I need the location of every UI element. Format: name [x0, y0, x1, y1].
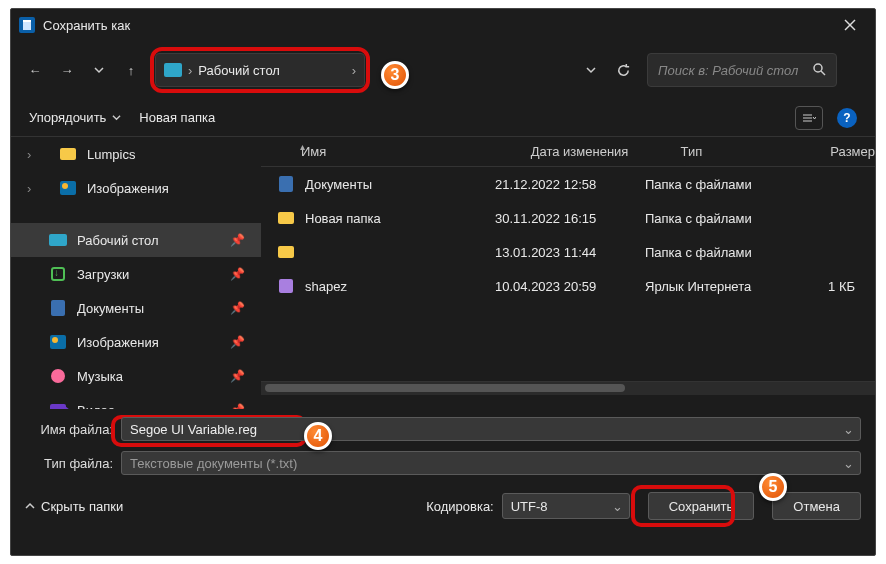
folder-icon [275, 210, 297, 226]
pin-icon: 📌 [230, 233, 245, 247]
chevron-right-icon: › [188, 63, 192, 78]
file-date: 13.01.2023 11:44 [495, 245, 645, 260]
file-name: Документы [305, 177, 372, 192]
sidebar-item-label: Музыка [77, 369, 123, 384]
column-header-type[interactable]: Тип [681, 144, 831, 159]
pin-icon: 📌 [230, 335, 245, 349]
organize-label: Упорядочить [29, 110, 106, 125]
sidebar-item-documents[interactable]: Документы 📌 [11, 291, 261, 325]
encoding-select[interactable]: UTF-8 ⌄ [502, 493, 630, 519]
address-dropdown[interactable] [577, 56, 605, 84]
chevron-down-icon[interactable]: ⌄ [843, 422, 854, 437]
sidebar-item-downloads[interactable]: Загрузки 📌 [11, 257, 261, 291]
refresh-button[interactable] [609, 56, 637, 84]
annotation-badge-5: 5 [759, 473, 787, 501]
file-row[interactable]: 13.01.2023 11:44 Папка с файлами [261, 235, 875, 269]
app-icon [19, 17, 35, 33]
column-header-size[interactable]: Размер [830, 144, 875, 159]
sort-asc-icon: ▴ [300, 141, 305, 152]
file-pane: Имя▴ Дата изменения Тип Размер Документы… [261, 137, 875, 409]
save-label: Сохранить [669, 499, 734, 514]
encoding-label: Кодировка: [426, 499, 494, 514]
folder-docs-icon [275, 176, 297, 192]
file-row[interactable]: Новая папка 30.11.2022 16:15 Папка с фай… [261, 201, 875, 235]
new-folder-button[interactable]: Новая папка [139, 110, 215, 125]
save-as-dialog: 3 4 5 Сохранить как ← → ↑ › Рабочий стол… [10, 8, 876, 556]
sidebar-item-lumpics[interactable]: › Lumpics [11, 137, 261, 171]
file-type: Папка с файлами [645, 245, 795, 260]
pin-icon: 📌 [230, 301, 245, 315]
sidebar-item-label: Рабочий стол [77, 233, 159, 248]
pin-icon: 📌 [230, 369, 245, 383]
horizontal-scrollbar[interactable] [261, 381, 875, 395]
nav-up-button[interactable]: ↑ [117, 56, 145, 84]
filetype-value: Текстовые документы (*.txt) [130, 456, 297, 471]
chevron-right-icon: › [352, 63, 356, 78]
file-date: 30.11.2022 16:15 [495, 211, 645, 226]
view-button[interactable] [795, 106, 823, 130]
file-size: 1 КБ [795, 279, 855, 294]
save-fields: Имя файла: Segoe UI Variable.reg ⌄ Тип ф… [11, 415, 875, 477]
organize-button[interactable]: Упорядочить [29, 110, 121, 125]
save-button[interactable]: Сохранить [648, 492, 755, 520]
search-icon [812, 62, 826, 79]
nav-forward-button[interactable]: → [53, 56, 81, 84]
file-type: Папка с файлами [645, 211, 795, 226]
filetype-select[interactable]: Текстовые документы (*.txt) ⌄ [121, 451, 861, 475]
navbar: ← → ↑ › Рабочий стол › Поиск в: Рабочий … [11, 41, 875, 99]
chevron-down-icon[interactable]: ⌄ [843, 456, 854, 471]
window-title: Сохранить как [43, 18, 833, 33]
sidebar-item-label: Документы [77, 301, 144, 316]
svg-point-4 [814, 64, 822, 72]
toolbar: Упорядочить Новая папка ? [11, 99, 875, 137]
file-type: Ярлык Интернета [645, 279, 795, 294]
dialog-footer: Скрыть папки Кодировка: UTF-8 ⌄ Сохранит… [11, 477, 875, 535]
filename-value: Segoe UI Variable.reg [130, 422, 257, 437]
nav-recent-button[interactable] [85, 56, 113, 84]
filename-label: Имя файла: [25, 422, 121, 437]
cancel-label: Отмена [793, 499, 840, 514]
file-name: Новая папка [305, 211, 381, 226]
desktop-icon [164, 63, 182, 77]
new-folder-label: Новая папка [139, 110, 215, 125]
help-button[interactable]: ? [837, 108, 857, 128]
column-header-name[interactable]: Имя▴ [301, 144, 531, 159]
file-row[interactable]: Документы 21.12.2022 12:58 Папка с файла… [261, 167, 875, 201]
filename-input[interactable]: Segoe UI Variable.reg ⌄ [121, 417, 861, 441]
pin-icon: 📌 [230, 403, 245, 409]
sidebar-item-video[interactable]: Видео 📌 [11, 393, 261, 409]
sidebar-item-label: Изображения [87, 181, 169, 196]
sidebar-item-label: Lumpics [87, 147, 135, 162]
chevron-down-icon[interactable]: ⌄ [612, 499, 623, 514]
sidebar-item-label: Загрузки [77, 267, 129, 282]
search-input[interactable]: Поиск в: Рабочий стол [647, 53, 837, 87]
folder-icon [275, 244, 297, 260]
titlebar: Сохранить как [11, 9, 875, 41]
nav-back-button[interactable]: ← [21, 56, 49, 84]
sidebar-item-music[interactable]: Музыка 📌 [11, 359, 261, 393]
file-list: Документы 21.12.2022 12:58 Папка с файла… [261, 167, 875, 303]
column-header-date[interactable]: Дата изменения [531, 144, 681, 159]
sidebar: › Lumpics › Изображения Рабочий стол 📌 З… [11, 137, 261, 409]
file-date: 10.04.2023 20:59 [495, 279, 645, 294]
annotation-badge-3: 3 [381, 61, 409, 89]
sidebar-item-images-quick[interactable]: › Изображения [11, 171, 261, 205]
sidebar-item-desktop[interactable]: Рабочий стол 📌 [11, 223, 261, 257]
hide-folders-button[interactable]: Скрыть папки [25, 499, 123, 514]
shortcut-icon [275, 278, 297, 294]
encoding-value: UTF-8 [511, 499, 548, 514]
scrollbar-thumb[interactable] [265, 384, 625, 392]
cancel-button[interactable]: Отмена [772, 492, 861, 520]
chevron-right-icon: › [27, 181, 31, 196]
sidebar-item-images[interactable]: Изображения 📌 [11, 325, 261, 359]
annotation-badge-4: 4 [304, 422, 332, 450]
address-bar[interactable]: › Рабочий стол › [155, 53, 365, 87]
file-row[interactable]: shapez 10.04.2023 20:59 Ярлык Интернета … [261, 269, 875, 303]
file-type: Папка с файлами [645, 177, 795, 192]
close-button[interactable] [833, 11, 867, 39]
chevron-up-icon [25, 501, 35, 511]
svg-line-5 [821, 71, 825, 75]
breadcrumb-location: Рабочий стол [198, 63, 280, 78]
filetype-label: Тип файла: [25, 456, 121, 471]
sidebar-item-label: Изображения [77, 335, 159, 350]
